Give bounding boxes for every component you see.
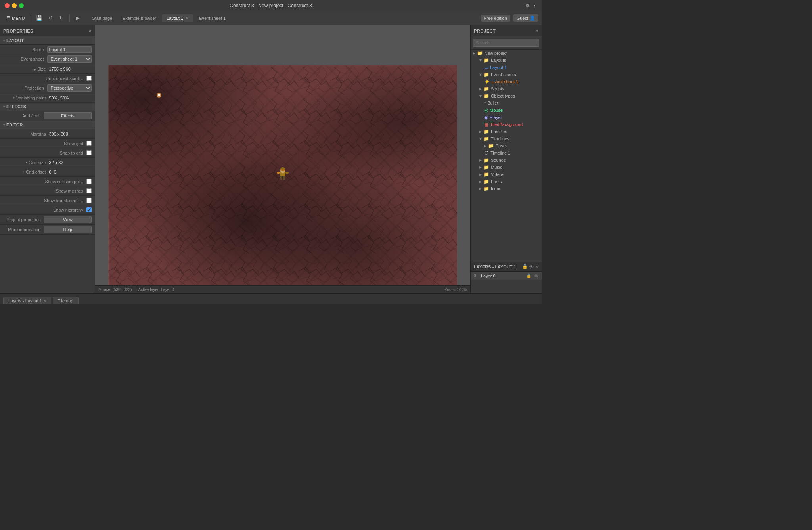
minimize-button[interactable] [12,3,17,8]
prop-unbounded-label: Unbounded scroli... [3,76,86,81]
zoom-level: Zoom: 100% [444,287,467,292]
tab-start-page[interactable]: Start page [87,14,117,22]
layout-canvas[interactable] [108,65,457,285]
prop-grid-offset-label: ▸ Grid offset [3,170,49,174]
tree-item-fonts[interactable]: ▸ 📁 Fonts [471,178,542,185]
tab-layout-1[interactable]: Layout 1 × [162,14,193,22]
tree-item-music[interactable]: ▸ 📁 Music [471,164,542,171]
event-sheets-expand-icon: ▾ [479,72,482,77]
layers-visible-icon[interactable]: 👁 [529,264,534,269]
menu-button[interactable]: ☰ MENU [3,14,28,22]
music-folder-icon: 📁 [483,165,489,170]
player-sprite[interactable] [275,166,291,182]
tab-example-browser[interactable]: Example browser [118,14,161,22]
layer-0-visible-icon[interactable]: 👁 [534,274,538,278]
prop-name-input[interactable] [47,46,92,53]
tree-item-new-project[interactable]: ▸ 📁 New project [471,50,542,57]
tab-layout-close[interactable]: × [185,16,189,20]
bullet-label: Bullet [487,101,498,105]
tree-item-timelines[interactable]: ▾ 📁 Timelines [471,135,542,142]
prop-show-collision-checkbox[interactable] [86,179,92,184]
tree-item-event-sheet-1[interactable]: ⚡ Event sheet 1 [471,78,542,85]
tab-start-label: Start page [92,16,112,21]
tree-item-layouts[interactable]: ▾ 📁 Layouts [471,57,542,64]
more-info-button[interactable]: Help [44,226,92,233]
bottom-tab-layers-close[interactable]: × [44,299,46,303]
close-button[interactable] [5,3,10,8]
project-panel-header: PROJECT × [471,25,542,36]
layers-close-icon[interactable]: × [535,264,538,270]
tree-item-scripts[interactable]: ▸ 📁 Scripts [471,85,542,92]
icons-folder-icon: 📁 [483,186,489,191]
more-icon[interactable]: ⋮ [532,3,537,8]
eases-folder-icon: 📁 [488,143,494,149]
effects-button[interactable]: Effects [44,112,92,119]
tree-item-icons[interactable]: ▸ 📁 Icons [471,185,542,192]
play-button[interactable]: ▶ [73,13,82,23]
prop-show-translucent-row: Show translucent i... [0,196,95,205]
player-label: Player [490,115,502,120]
tree-item-sounds[interactable]: ▸ 📁 Sounds [471,157,542,164]
project-panel-title: PROJECT [474,29,496,33]
fonts-expand-icon: ▸ [479,179,482,184]
canvas-viewport[interactable] [95,25,470,285]
tree-item-bullet[interactable]: • Bullet [471,99,542,107]
project-panel-close[interactable]: × [535,28,538,34]
prop-show-hierarchy-checkbox[interactable] [86,207,92,212]
tree-item-player[interactable]: ◉ Player [471,114,542,121]
prop-size-label: ▸ Size [3,67,49,71]
svg-point-5 [280,167,285,171]
layout-section-header[interactable]: ▾ LAYOUT [0,36,95,45]
object-types-folder-icon: 📁 [483,93,489,99]
tree-item-eases[interactable]: ▸ 📁 Eases [471,142,542,149]
bottom-tab-tilemap[interactable]: Tilemap [53,297,79,304]
maximize-button[interactable] [19,3,24,8]
guest-button[interactable]: Guest 👤 [513,14,538,22]
prop-show-translucent-checkbox[interactable] [86,198,92,203]
prop-event-sheet-label: Event sheet [3,57,47,61]
layouts-label: Layouts [491,58,506,63]
prop-name-label: Name [3,47,47,52]
prop-show-meshes-checkbox[interactable] [86,188,92,193]
layer-0-row[interactable]: 0 Layer 0 🔒 👁 [471,272,542,280]
layer-0-lock-icon[interactable]: 🔒 [526,273,532,278]
project-search-input[interactable] [473,39,539,47]
layouts-expand-icon: ▾ [479,57,482,63]
tree-item-event-sheets[interactable]: ▾ 📁 Event sheets [471,71,542,78]
undo-button[interactable]: ↺ [46,13,55,23]
timelines-expand-icon: ▾ [479,136,482,142]
tree-item-videos[interactable]: ▸ 📁 Videos [471,171,542,178]
mouse-icon: ◎ [484,107,488,113]
tree-item-tiled-bg[interactable]: ▦ TiledBackground [471,121,542,128]
properties-panel-close[interactable]: × [88,28,92,34]
timeline1-icon: ⏱ [484,150,489,156]
tree-item-layout-1[interactable]: ▭ Layout 1 [471,64,542,71]
editor-section-header[interactable]: ▾ EDITOR [0,121,95,129]
scripts-folder-icon: 📁 [483,86,489,92]
prop-show-grid-checkbox[interactable] [86,141,92,146]
prop-snap-grid-checkbox[interactable] [86,150,92,155]
project-properties-button[interactable]: View [44,216,92,223]
tree-item-timeline-1[interactable]: ⏱ Timeline 1 [471,149,542,157]
tree-item-mouse[interactable]: ◎ Mouse [471,107,542,114]
bottom-tab-layers[interactable]: Layers - Layout 1 × [3,297,51,304]
tab-event-sheet-1[interactable]: Event sheet 1 [194,14,230,22]
save-button[interactable]: 💾 [34,13,44,23]
prop-projection-select[interactable]: Perspective [47,84,92,92]
settings-icon[interactable]: ⚙ [525,3,529,8]
prop-unbounded-checkbox[interactable] [86,76,92,81]
active-layer-status: Active layer: Layer 0 [138,287,174,292]
project-panel: PROJECT × ▸ 📁 New project ▾ 📁 Layouts ▭ [470,25,542,293]
hamburger-icon: ☰ [6,15,10,21]
tree-item-object-types[interactable]: ▾ 📁 Object types [471,92,542,99]
tab-event-label: Event sheet 1 [199,16,226,21]
bottom-tab-layers-label: Layers - Layout 1 [8,298,42,303]
free-edition-button[interactable]: Free edition [481,15,510,22]
prop-event-sheet-select[interactable]: Event sheet 1 [47,55,92,63]
redo-button[interactable]: ↻ [57,13,66,23]
vanishing-expand-arrow: ▸ [13,96,15,99]
tree-item-families[interactable]: ▸ 📁 Families [471,128,542,135]
layers-lock-icon[interactable]: 🔒 [522,264,528,269]
new-project-icon: 📁 [477,50,483,56]
effects-section-header[interactable]: ▾ EFFECTS [0,103,95,111]
